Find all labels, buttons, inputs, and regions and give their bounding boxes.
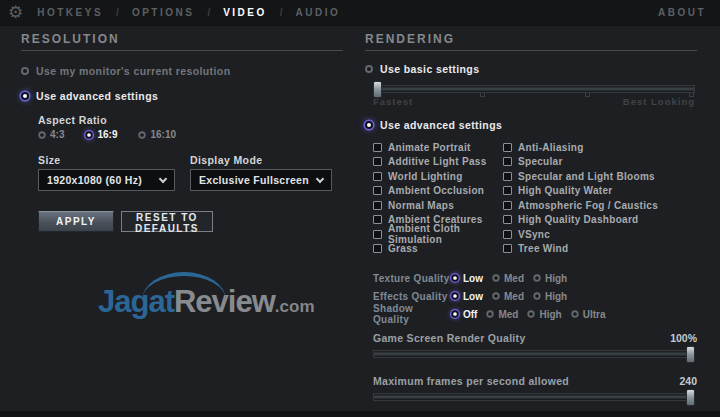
checkbox-label: VSync [518,229,550,240]
checkbox-icon [373,143,382,152]
bottom-edge-strip [0,411,720,417]
tab-options[interactable]: OPTIONS [132,7,195,18]
checkbox-tree-wind[interactable]: Tree Wind [503,242,697,257]
checkbox-icon [373,186,382,195]
slider-handle[interactable] [686,346,695,363]
radio-icon [139,131,146,138]
settings-gear-icon[interactable]: ⚙ [8,4,23,21]
checkbox-icon [503,215,512,224]
checkbox-icon [373,215,382,224]
slider-notch [480,92,485,97]
tab-audio[interactable]: AUDIO [296,7,341,18]
checkbox-icon [373,157,382,166]
chevron-down-icon [316,174,324,182]
effects-quality-med[interactable]: Med [492,291,524,302]
dropdown-labels-row: Size Display Mode [38,154,343,166]
radio-advanced-resolution[interactable]: Use advanced settings [21,90,343,102]
tab-video[interactable]: VIDEO [223,7,267,18]
radio-icon [492,292,499,299]
basic-quality-slider[interactable] [373,85,695,93]
aspect-label: 16:10 [150,129,176,140]
rendering-title: RENDERING [365,32,697,46]
radio-label: Use advanced settings [36,90,158,102]
about-link[interactable]: ABOUT [658,7,706,18]
checkbox-ambient-cloth-simulation[interactable]: Ambient Cloth Simulation [373,227,503,242]
render-options-grid: Animate Portrait Anti-Aliasing Additive … [373,140,697,256]
best-looking-label: Best Looking [623,96,695,107]
aspect-label: 16:9 [97,129,117,140]
aspect-ratio-group: 4:3 16:9 16:10 [38,129,343,140]
quality-settings: Texture Quality Low Med High Effects Qua… [373,269,697,323]
render-quality-label-row: Game Screen Render Quality 100% [373,332,697,344]
checkbox-specular[interactable]: Specular [503,155,697,170]
radio-advanced-rendering[interactable]: Use advanced settings [365,119,697,131]
shadow-quality-high[interactable]: High [527,309,561,320]
render-quality-value: 100% [670,332,697,344]
nav-separator: / [207,7,210,18]
checkbox-icon [373,172,382,181]
tab-hotkeys[interactable]: HOTKEYS [37,7,103,18]
aspect-option-4-3[interactable]: 4:3 [38,129,64,140]
max-fps-slider[interactable] [373,393,695,401]
slider-handle[interactable] [373,81,382,98]
radio-icon [492,274,499,281]
checkbox-label: Specular and Light Blooms [518,171,655,182]
checkbox-vsync[interactable]: VSync [503,227,697,242]
option-label: Low [463,291,483,302]
texture-quality-high[interactable]: High [533,273,567,284]
checkbox-world-lighting[interactable]: World Lighting [373,169,503,184]
shadow-quality-label: Shadow Quality [373,303,451,325]
watermark-text-review: Review [174,284,275,320]
size-dropdown[interactable]: 1920x1080 (60 Hz) [38,169,175,191]
checkbox-specular-light-blooms[interactable]: Specular and Light Blooms [503,169,697,184]
checkbox-label: Specular [518,156,563,167]
checkbox-high-quality-water[interactable]: High Quality Water [503,184,697,199]
texture-quality-med[interactable]: Med [492,273,524,284]
shadow-quality-med[interactable]: Med [486,309,518,320]
texture-quality-label: Texture Quality [373,273,451,284]
option-label: Ultra [583,309,606,320]
render-quality-label: Game Screen Render Quality [373,332,526,344]
slider-notch [689,92,694,97]
checkbox-anti-aliasing[interactable]: Anti-Aliasing [503,140,697,155]
rendering-section: RENDERING Use basic settings Fastest Bes… [365,32,697,401]
effects-quality-high[interactable]: High [533,291,567,302]
aspect-option-16-9[interactable]: 16:9 [85,129,117,140]
radio-icon [533,274,540,281]
checkbox-grass[interactable]: Grass [373,242,503,257]
checkbox-label: World Lighting [388,171,463,182]
nav-separator: / [280,7,283,18]
section-divider [365,50,697,51]
texture-quality-low[interactable]: Low [451,273,483,284]
checkbox-icon [503,201,512,210]
display-mode-dropdown[interactable]: Exclusive Fullscreen [190,169,332,191]
effects-quality-label: Effects Quality [373,291,451,302]
nav-separator: / [116,7,119,18]
checkbox-normal-maps[interactable]: Normal Maps [373,198,503,213]
section-divider [21,50,343,51]
checkbox-additive-light-pass[interactable]: Additive Light Pass [373,155,503,170]
render-quality-slider[interactable] [373,350,695,358]
radio-basic-settings[interactable]: Use basic settings [365,63,697,75]
shadow-quality-ultra[interactable]: Ultra [571,309,606,320]
radio-icon [528,310,535,317]
radio-icon [533,292,540,299]
checkbox-animate-portrait[interactable]: Animate Portrait [373,140,503,155]
checkbox-high-quality-dashboard[interactable]: High Quality Dashboard [503,213,697,228]
radio-icon [365,65,373,73]
checkbox-ambient-occlusion[interactable]: Ambient Occlusion [373,184,503,199]
radio-label: Use my monitor's current resolution [36,65,230,77]
aspect-option-16-10[interactable]: 16:10 [138,129,176,140]
apply-button[interactable]: APPLY [38,211,114,232]
effects-quality-low[interactable]: Low [451,291,483,302]
checkbox-atmospheric-fog-caustics[interactable]: Atmospheric Fog / Caustics [503,198,697,213]
shadow-quality-off[interactable]: Off [451,309,477,320]
watermark-text-com: .com [275,297,315,317]
radio-monitor-resolution[interactable]: Use my monitor's current resolution [21,65,343,77]
chevron-down-icon [159,174,167,182]
slider-handle[interactable] [686,389,695,406]
slider-notch [585,92,590,97]
radio-icon-selected [21,92,29,100]
jagatreview-watermark: Jagat Review .com [98,284,315,320]
reset-to-defaults-button[interactable]: RESET TO DEFAULTS [121,211,213,232]
